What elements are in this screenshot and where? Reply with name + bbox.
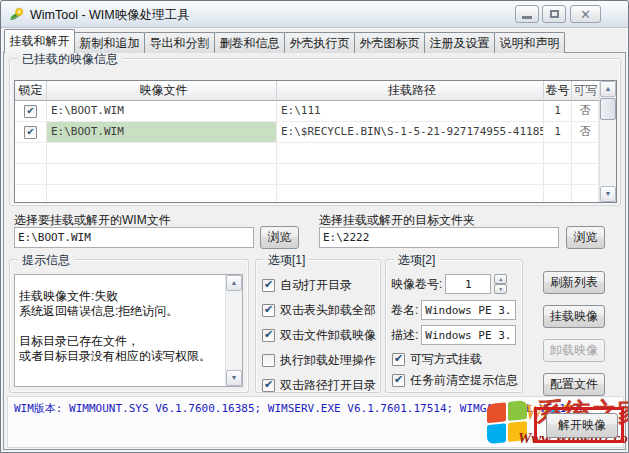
column-header-mount-path[interactable]: 挂载路径 (277, 81, 544, 101)
description-row: 描述: (391, 325, 516, 345)
group-title: 提示信息 (18, 252, 74, 269)
checkbox-label: 自动打开目录 (280, 277, 352, 294)
minimize-icon (522, 16, 532, 19)
checkbox-label: 任务前清空提示信息 (410, 372, 518, 389)
column-header-lock[interactable]: 锁定 (15, 81, 47, 101)
checkbox-dblclick-path-open-dir[interactable]: ✔ 双击路径打开目录 (262, 377, 376, 394)
scroll-up-icon[interactable]: ▲ (600, 81, 616, 97)
app-icon (8, 6, 25, 23)
checkbox-dblclick-header-unmount-all[interactable]: ✔ 双击表头卸载全部 (262, 302, 376, 319)
mount-image-button[interactable]: 挂载映像 (543, 305, 605, 328)
message-box[interactable]: 挂载映像文件:失败 系统返回错误信息:拒绝访问。 目标目录已存在文件， 或者目标… (14, 274, 243, 387)
checkbox-box[interactable]: ✔ (262, 379, 275, 392)
title-bar: WimTool - WIM映像处理工具 ✕ (1, 1, 628, 28)
tab-new-append[interactable]: 新制和追加 (74, 32, 145, 53)
wim-file-input[interactable] (14, 227, 254, 248)
check-icon: ✔ (264, 379, 273, 390)
unmount-image-button[interactable]: 卸载映像 (543, 339, 605, 362)
lock-checkbox[interactable]: ✔ (24, 126, 37, 139)
checkbox-label: 双击文件卸载映像 (280, 327, 376, 344)
lock-checkbox[interactable]: ✔ (24, 105, 37, 118)
volume-number-stepper[interactable]: ▲ ▼ (494, 274, 507, 294)
tab-bar: 挂载和解开 新制和追加 导出和分割 删卷和信息 外壳执行页 外壳图标页 注册及设… (4, 29, 564, 53)
scroll-down-icon[interactable]: ▼ (226, 370, 242, 386)
options1-list: ✔ 自动打开目录 ✔ 双击表头卸载全部 ✔ 双击文件卸载映像 ✔ 执行卸载处理操… (262, 277, 376, 394)
cell-volume: 1 (544, 122, 572, 143)
checkbox-label: 可写方式挂载 (410, 351, 482, 368)
table-scrollbar[interactable]: ▲ ▼ (599, 81, 616, 202)
spin-up-icon[interactable]: ▲ (494, 274, 507, 284)
config-file-button[interactable]: 配置文件 (543, 373, 605, 396)
checkbox-writable-mount[interactable]: ✔ 可写方式挂载 (392, 351, 482, 368)
message-line: 或者目标目录没有相应的读写权限。 (19, 349, 222, 364)
scroll-up-icon[interactable]: ▲ (226, 275, 242, 291)
checkbox-label: 执行卸载处理操作 (280, 352, 376, 369)
group-title: 已挂载的映像信息 (18, 51, 122, 68)
window-title: WimTool - WIM映像处理工具 (30, 7, 190, 24)
cell-writable: 否 (572, 101, 599, 122)
column-header-writable[interactable]: 可写 (572, 81, 599, 101)
column-header-volume[interactable]: 卷号 (544, 81, 572, 101)
checkbox-box[interactable]: ✔ (392, 353, 405, 366)
browse-folder-button[interactable]: 浏览 (566, 226, 605, 249)
group-title: 选项[2] (394, 252, 439, 269)
tab-register-settings[interactable]: 注册及设置 (424, 32, 495, 53)
message-line (19, 319, 222, 334)
maximize-icon (550, 10, 559, 18)
cell-volume: 1 (544, 101, 572, 122)
column-header-image-file[interactable]: 映像文件 (47, 81, 277, 101)
check-icon: ✔ (27, 126, 34, 137)
table-row-empty (15, 143, 599, 164)
close-icon: ✕ (580, 8, 591, 21)
volume-number-label: 映像卷号: (391, 276, 442, 293)
checkbox-clear-messages-before-task[interactable]: ✔ 任务前清空提示信息 (392, 372, 518, 389)
tab-about[interactable]: 说明和声明 (494, 32, 565, 53)
tab-shell-exec[interactable]: 外壳执行页 (284, 32, 355, 53)
checkbox-box[interactable]: ✔ (392, 374, 405, 387)
checkbox-box[interactable]: ✔ (262, 279, 275, 292)
message-text: 挂载映像文件:失败 系统返回错误信息:拒绝访问。 目标目录已存在文件， 或者目标… (19, 289, 222, 364)
cell-image-file[interactable]: E:\BOOT.WIM (47, 101, 277, 122)
browse-wim-button[interactable]: 浏览 (260, 226, 299, 249)
table-row[interactable]: ✔ E:\BOOT.WIM E:\111 1 否 (15, 101, 599, 122)
checkbox-dblclick-file-unmount[interactable]: ✔ 双击文件卸载映像 (262, 327, 376, 344)
check-icon: ✔ (27, 105, 34, 116)
cell-image-file[interactable]: E:\BOOT.WIM (47, 122, 277, 143)
cell-writable: 否 (572, 122, 599, 143)
minimize-button[interactable] (515, 5, 539, 23)
checkbox-box[interactable]: ✔ (262, 329, 275, 342)
message-scrollbar[interactable]: ▲ ▼ (225, 275, 242, 386)
cell-mount-path[interactable]: E:\$RECYCLE.BIN\S-1-5-21-927174955-41185… (277, 122, 544, 143)
description-input[interactable] (421, 325, 516, 345)
refresh-list-button[interactable]: 刷新列表 (543, 271, 605, 294)
target-folder-input[interactable] (319, 227, 559, 248)
cell-mount-path[interactable]: E:\111 (277, 101, 544, 122)
maximize-button[interactable] (542, 5, 566, 23)
description-label: 描述: (391, 327, 418, 344)
tab-shell-icon[interactable]: 外壳图标页 (354, 32, 425, 53)
checkbox-box[interactable]: ✔ (262, 354, 275, 367)
volume-number-input[interactable] (445, 274, 491, 294)
message-line: 系统返回错误信息:拒绝访问。 (19, 304, 222, 319)
table-header-row[interactable]: 锁定 映像文件 挂载路径 卷号 可写 (15, 81, 599, 101)
app-window: WimTool - WIM映像处理工具 ✕ 挂载和解开 新制和追加 导出和分割 … (0, 0, 629, 453)
spin-down-icon[interactable]: ▼ (494, 284, 507, 294)
volume-name-input[interactable] (421, 300, 516, 320)
tab-mount-unmount[interactable]: 挂载和解开 (4, 29, 75, 53)
checkbox-label: 双击路径打开目录 (280, 377, 376, 394)
scroll-down-icon[interactable]: ▼ (600, 186, 616, 202)
group-title: 选项[1] (264, 252, 309, 269)
scrollbar-thumb[interactable] (600, 98, 616, 120)
table-row-empty (15, 164, 599, 185)
message-line: 挂载映像文件:失败 (19, 289, 222, 304)
checkbox-do-unmount-processing[interactable]: ✔ 执行卸载处理操作 (262, 352, 376, 369)
annotation-highlight-box (534, 407, 624, 443)
close-button[interactable]: ✕ (570, 5, 601, 23)
checkbox-box[interactable]: ✔ (262, 304, 275, 317)
table-row[interactable]: ✔ E:\BOOT.WIM E:\$RECYCLE.BIN\S-1-5-21-9… (15, 122, 599, 143)
checkbox-auto-open-dir[interactable]: ✔ 自动打开目录 (262, 277, 376, 294)
tab-delete-info[interactable]: 删卷和信息 (214, 32, 285, 53)
check-icon: ✔ (264, 279, 273, 290)
tab-export-split[interactable]: 导出和分割 (144, 32, 215, 53)
check-icon: ✔ (264, 304, 273, 315)
